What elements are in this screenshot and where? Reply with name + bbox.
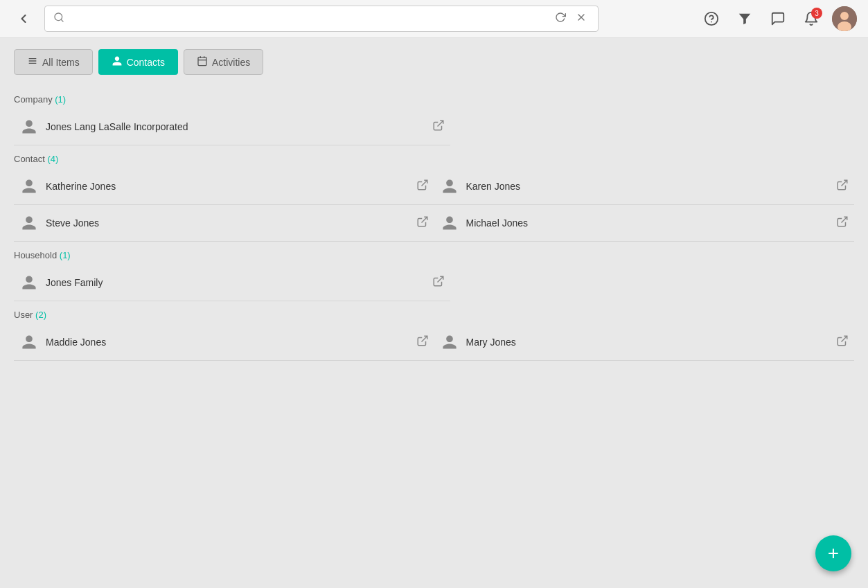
contact-person-icon [19, 177, 39, 196]
header-right: 3 [699, 6, 857, 31]
user-person-icon [19, 332, 39, 352]
contact-result-item[interactable]: Katherine Jones [14, 168, 434, 205]
tab-all-items[interactable]: All Items [14, 49, 93, 75]
content: Company (1) Jones Lang LaSalle Incorpora… [0, 80, 868, 366]
contact-name-karen: Karen Jones [466, 181, 830, 192]
company-person-icon [19, 117, 39, 136]
svg-line-1 [61, 19, 63, 21]
user-left-col: Maddie Jones [14, 324, 434, 361]
household-person-icon [19, 273, 39, 292]
company-name: Jones Lang LaSalle Incorporated [46, 121, 425, 132]
help-icon[interactable] [699, 6, 724, 31]
contact-results-grid: Katherine Jones Steve Jones [14, 168, 854, 242]
svg-rect-9 [198, 57, 206, 66]
search-bar: jones [44, 6, 599, 32]
contact-section-header: Contact (4) [14, 154, 854, 164]
contacts-icon [112, 55, 123, 69]
user-person-icon [440, 332, 459, 352]
svg-line-17 [842, 217, 847, 222]
tab-contacts[interactable]: Contacts [98, 49, 178, 75]
user-results-grid: Maddie Jones Mary Jones [14, 324, 854, 361]
contact-name-michael: Michael Jones [466, 217, 830, 229]
contact-result-item[interactable]: Karen Jones [434, 168, 855, 205]
open-record-icon[interactable] [836, 215, 849, 231]
filter-icon[interactable] [732, 6, 757, 31]
open-record-icon[interactable] [416, 179, 429, 194]
svg-line-14 [421, 180, 427, 186]
open-record-icon[interactable] [836, 179, 849, 194]
open-record-icon[interactable] [432, 119, 445, 134]
tab-activities[interactable]: Activities [184, 49, 263, 75]
contact-right-col: Karen Jones Michael Jones [434, 168, 855, 242]
company-result-item[interactable]: Jones Lang LaSalle Incorporated [14, 109, 450, 145]
notification-badge: 3 [811, 8, 822, 19]
svg-line-15 [421, 217, 427, 222]
svg-line-18 [438, 276, 443, 282]
user-name-maddie: Maddie Jones [46, 337, 409, 348]
all-items-icon [27, 55, 38, 69]
open-record-icon[interactable] [416, 335, 429, 350]
open-record-icon[interactable] [432, 275, 445, 290]
tabs: All Items Contacts Activities [0, 38, 868, 80]
refresh-icon[interactable] [552, 10, 569, 27]
avatar[interactable] [832, 6, 857, 31]
search-icon [53, 12, 64, 26]
contact-left-col: Katherine Jones Steve Jones [14, 168, 434, 242]
user-result-item-mary[interactable]: Mary Jones [434, 324, 855, 361]
contact-person-icon [19, 213, 39, 233]
svg-point-7 [840, 12, 849, 20]
user-section-header: User (2) [14, 310, 854, 320]
user-right-col: Mary Jones [434, 324, 855, 361]
fab-add-button[interactable]: + [815, 535, 851, 571]
open-record-icon[interactable] [416, 215, 429, 231]
search-input[interactable]: jones [70, 12, 547, 25]
company-section-header: Company (1) [14, 94, 854, 105]
svg-line-20 [842, 336, 847, 341]
notifications-icon[interactable]: 3 [799, 6, 824, 31]
svg-line-13 [438, 121, 443, 126]
search-actions [552, 10, 590, 27]
user-result-item-maddie[interactable]: Maddie Jones [14, 324, 434, 361]
contact-result-item[interactable]: Steve Jones [14, 205, 434, 242]
user-name-mary: Mary Jones [466, 337, 830, 348]
contact-name-steve: Steve Jones [46, 217, 409, 229]
clear-search-icon[interactable] [573, 10, 590, 27]
tab-all-items-label: All Items [42, 57, 80, 68]
svg-line-19 [421, 336, 427, 341]
open-record-icon[interactable] [836, 335, 849, 350]
back-button[interactable] [11, 6, 36, 31]
messages-icon[interactable] [765, 6, 790, 31]
contact-person-icon [440, 177, 459, 196]
svg-line-16 [842, 180, 847, 186]
household-section-header: Household (1) [14, 250, 854, 260]
tab-activities-label: Activities [212, 57, 250, 68]
contact-person-icon [440, 213, 459, 233]
contact-name-katherine: Katherine Jones [46, 181, 409, 192]
contact-result-item[interactable]: Michael Jones [434, 205, 855, 242]
tab-contacts-label: Contacts [127, 57, 165, 68]
activities-icon [197, 55, 208, 69]
header: jones [0, 0, 868, 38]
household-name: Jones Family [46, 277, 425, 288]
household-result-item[interactable]: Jones Family [14, 265, 450, 301]
